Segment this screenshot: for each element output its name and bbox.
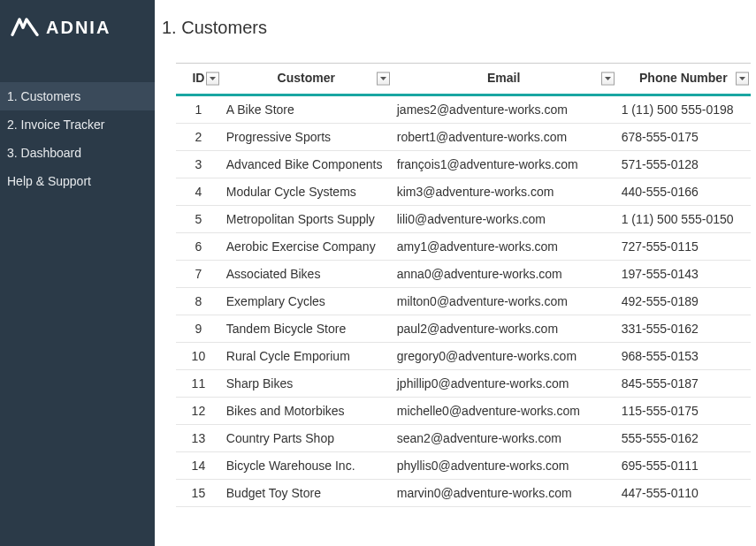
nav: 1. Customers2. Invoice Tracker3. Dashboa… [0,82,155,195]
table-header-row: ID Customer Email [176,64,751,95]
table-row[interactable]: 3Advanced Bike Componentsfrançois1@adven… [176,151,751,178]
cell-email: françois1@adventure-works.com [392,151,616,178]
column-header-email[interactable]: Email [392,64,616,95]
column-header-id[interactable]: ID [176,64,221,95]
sidebar-item-2[interactable]: 3. Dashboard [0,139,155,167]
cell-customer: Advanced Bike Components [221,151,392,178]
table-row[interactable]: 5Metropolitan Sports Supplylili0@adventu… [176,206,751,233]
cell-phone: 555-555-0162 [616,425,751,452]
filter-button-phone[interactable] [736,72,749,86]
table-row[interactable]: 7Associated Bikesanna0@adventure-works.c… [176,261,751,288]
cell-phone: 331-555-0162 [616,315,751,343]
column-label: ID [192,71,204,85]
table-row[interactable]: 6Aerobic Exercise Companyamy1@adventure-… [176,233,751,261]
column-header-customer[interactable]: Customer [221,64,392,95]
cell-email: anna0@adventure-works.com [392,261,616,288]
column-label: Customer [278,71,335,85]
table-row[interactable]: 14Bicycle Warehouse Inc.phyllis0@adventu… [176,452,751,480]
cell-phone: 447-555-0110 [616,480,751,507]
table-row[interactable]: 4Modular Cycle Systemskim3@adventure-wor… [176,178,751,206]
cell-email: michelle0@adventure-works.com [392,398,616,425]
filter-button-customer[interactable] [377,72,390,86]
main: 1. Customers ID Customer [155,0,756,546]
cell-email: milton0@adventure-works.com [392,288,616,315]
cell-id: 12 [176,398,221,425]
cell-phone: 968-555-0153 [616,343,751,370]
table-row[interactable]: 9Tandem Bicycle Storepaul2@adventure-wor… [176,315,751,343]
table-wrap: ID Customer Email [155,63,756,507]
chevron-down-icon [739,77,745,81]
cell-id: 11 [176,370,221,398]
table-row[interactable]: 1A Bike Storejames2@adventure-works.com1… [176,95,751,124]
cell-phone: 1 (11) 500 555-0198 [616,95,751,124]
filter-button-id[interactable] [206,72,219,86]
sidebar-item-3[interactable]: Help & Support [0,167,155,195]
cell-customer: Exemplary Cycles [221,288,392,315]
cell-customer: A Bike Store [221,95,392,124]
sidebar-item-0[interactable]: 1. Customers [0,82,155,110]
table-row[interactable]: 8Exemplary Cyclesmilton0@adventure-works… [176,288,751,315]
cell-phone: 492-555-0189 [616,288,751,315]
cell-customer: Rural Cycle Emporium [221,343,392,370]
cell-email: james2@adventure-works.com [392,95,616,124]
cell-email: paul2@adventure-works.com [392,315,616,343]
cell-email: sean2@adventure-works.com [392,425,616,452]
cell-phone: 571-555-0128 [616,151,751,178]
cell-phone: 678-555-0175 [616,124,751,151]
cell-customer: Aerobic Exercise Company [221,233,392,261]
column-label: Phone Number [639,71,728,85]
cell-phone: 1 (11) 500 555-0150 [616,206,751,233]
table-row[interactable]: 12Bikes and Motorbikesmichelle0@adventur… [176,398,751,425]
brand-name: ADNIA [46,18,111,38]
cell-id: 13 [176,425,221,452]
cell-customer: Tandem Bicycle Store [221,315,392,343]
sidebar: ADNIA 1. Customers2. Invoice Tracker3. D… [0,0,155,546]
cell-phone: 115-555-0175 [616,398,751,425]
sidebar-item-1[interactable]: 2. Invoice Tracker [0,110,155,139]
brand: ADNIA [0,0,155,61]
filter-button-email[interactable] [601,72,615,86]
table-row[interactable]: 11Sharp Bikesjphillip0@adventure-works.c… [176,370,751,398]
cell-customer: Sharp Bikes [221,370,392,398]
brand-logo-icon [11,16,39,40]
chevron-down-icon [210,77,216,81]
cell-email: kim3@adventure-works.com [392,178,616,206]
cell-id: 4 [176,178,221,206]
cell-customer: Bicycle Warehouse Inc. [221,452,392,480]
app-root: ADNIA 1. Customers2. Invoice Tracker3. D… [0,0,756,546]
cell-id: 6 [176,233,221,261]
cell-id: 15 [176,480,221,507]
cell-customer: Metropolitan Sports Supply [221,206,392,233]
page-title: 1. Customers [155,0,756,63]
cell-id: 1 [176,95,221,124]
customers-table: ID Customer Email [176,63,751,507]
cell-customer: Bikes and Motorbikes [221,398,392,425]
cell-email: lili0@adventure-works.com [392,206,616,233]
cell-customer: Associated Bikes [221,261,392,288]
cell-id: 14 [176,452,221,480]
cell-email: robert1@adventure-works.com [392,124,616,151]
table-row[interactable]: 2Progressive Sportsrobert1@adventure-wor… [176,124,751,151]
cell-id: 2 [176,124,221,151]
chevron-down-icon [380,77,386,81]
cell-customer: Modular Cycle Systems [221,178,392,206]
cell-phone: 695-555-0111 [616,452,751,480]
chevron-down-icon [605,77,611,81]
cell-id: 10 [176,343,221,370]
cell-customer: Country Parts Shop [221,425,392,452]
cell-id: 9 [176,315,221,343]
cell-phone: 440-555-0166 [616,178,751,206]
cell-email: gregory0@adventure-works.com [392,343,616,370]
cell-customer: Budget Toy Store [221,480,392,507]
table-row[interactable]: 15Budget Toy Storemarvin0@adventure-work… [176,480,751,507]
cell-email: jphillip0@adventure-works.com [392,370,616,398]
column-label: Email [487,71,520,85]
cell-phone: 197-555-0143 [616,261,751,288]
cell-email: phyllis0@adventure-works.com [392,452,616,480]
cell-id: 3 [176,151,221,178]
column-header-phone[interactable]: Phone Number [616,64,751,95]
cell-phone: 727-555-0115 [616,233,751,261]
table-row[interactable]: 10Rural Cycle Emporiumgregory0@adventure… [176,343,751,370]
cell-email: marvin0@adventure-works.com [392,480,616,507]
table-row[interactable]: 13Country Parts Shopsean2@adventure-work… [176,425,751,452]
